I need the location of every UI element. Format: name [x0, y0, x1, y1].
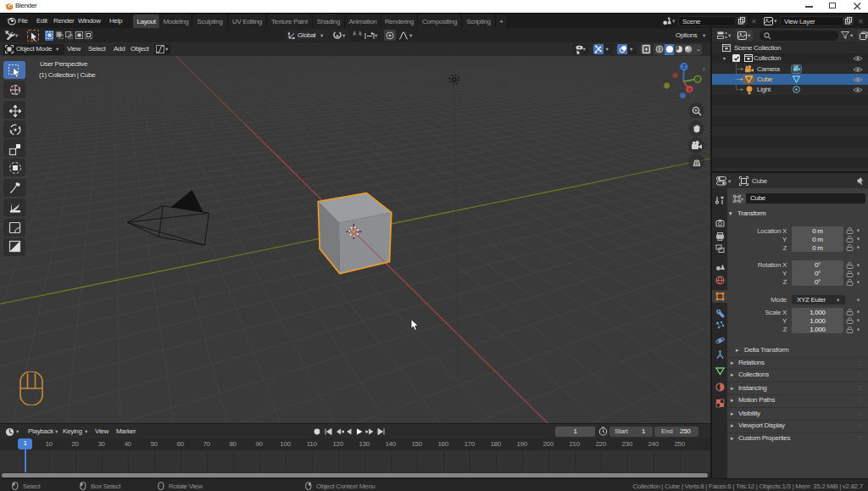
- svg-text:Z: Z: [682, 64, 686, 70]
- svg-text:X: X: [687, 87, 691, 92]
